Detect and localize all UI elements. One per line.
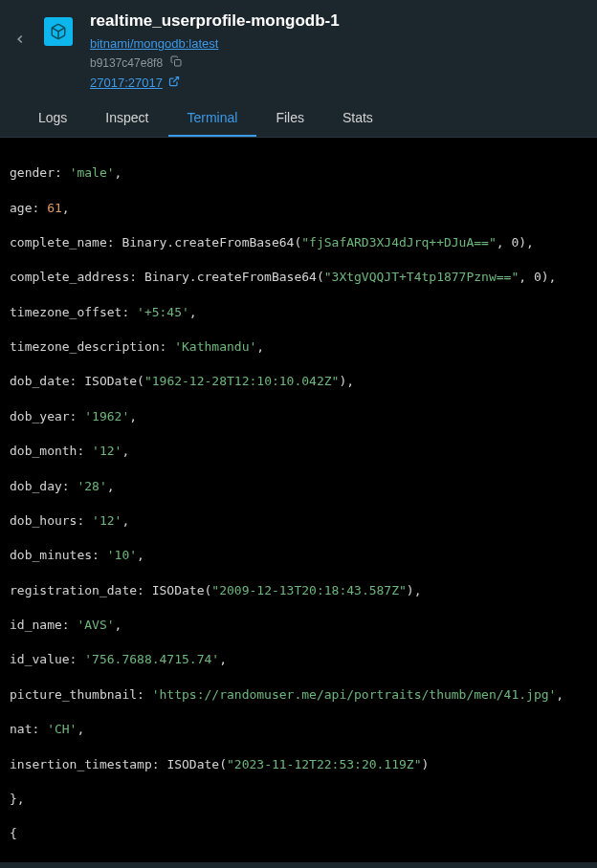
punct: ,	[189, 305, 197, 319]
field-key: registration_date:	[10, 583, 144, 597]
field-key: dob_day:	[10, 479, 70, 493]
punct: ,	[219, 652, 227, 666]
external-link-icon[interactable]	[168, 74, 180, 91]
punct: ,	[115, 618, 122, 632]
punct: ,	[256, 339, 264, 354]
fn: ISODate(	[166, 757, 227, 771]
punct: ,	[107, 479, 115, 493]
tab-files[interactable]: Files	[256, 100, 323, 137]
field-key: nat:	[10, 722, 39, 736]
field-key: dob_month:	[10, 444, 84, 458]
field-key: insertion_timestamp:	[10, 757, 160, 771]
tail: , 0),	[497, 235, 534, 250]
port-link[interactable]: 27017:27017	[90, 76, 163, 90]
header-info: realtime_userprofile-mongodb-1 bitnami/m…	[90, 11, 584, 91]
field-value: '1962'	[84, 409, 129, 423]
punct: ,	[62, 201, 70, 215]
fn: Binary.createFromBase64(	[122, 235, 301, 250]
punct: ,	[122, 444, 129, 458]
container-name: realtime_userprofile-mongodb-1	[90, 11, 584, 31]
field-key: gender:	[10, 165, 62, 180]
punct: ,	[122, 513, 129, 528]
tail: ),	[309, 861, 324, 862]
field-value: '+5:45'	[137, 305, 189, 319]
arg: "3XtgVQQJT+T4tp1877Pznw=="	[324, 270, 520, 284]
field-value: 'CH'	[47, 722, 77, 736]
field-value: '12'	[92, 513, 122, 528]
field-key: age:	[10, 201, 39, 215]
back-chevron-icon[interactable]	[13, 11, 27, 50]
fn: ISODate(	[84, 374, 144, 388]
image-link[interactable]: bitnami/mongodb:latest	[90, 36, 218, 51]
container-box-icon	[44, 17, 73, 46]
field-key: _id:	[10, 861, 39, 862]
tail: ),	[407, 583, 422, 597]
field-value: 'male'	[70, 165, 115, 180]
tab-stats[interactable]: Stats	[323, 100, 392, 137]
container-hash: b9137c47e8f8	[90, 56, 163, 70]
field-key: dob_minutes:	[10, 548, 100, 562]
field-value: 'AVS'	[77, 618, 114, 632]
tabs: Logs Inspect Terminal Files Stats	[0, 100, 597, 138]
punct: ,	[115, 165, 122, 180]
tab-inspect[interactable]: Inspect	[86, 100, 167, 137]
field-value: '28'	[77, 479, 106, 493]
fn: ISODate(	[152, 583, 212, 597]
field-key: dob_hours:	[10, 513, 84, 528]
brace: {	[0, 825, 597, 842]
field-key: timezone_description:	[10, 339, 166, 354]
field-value: '756.7688.4715.74'	[84, 652, 219, 666]
tail: ),	[339, 374, 354, 388]
field-key: id_value:	[10, 652, 77, 666]
svg-line-2	[173, 77, 179, 83]
tab-logs[interactable]: Logs	[19, 100, 86, 137]
container-header: realtime_userprofile-mongodb-1 bitnami/m…	[0, 0, 597, 100]
field-value: '12'	[92, 444, 122, 458]
field-value: 'Kathmandu'	[174, 339, 256, 354]
tail: )	[422, 757, 430, 771]
punct: ,	[77, 722, 84, 736]
tab-terminal[interactable]: Terminal	[168, 100, 257, 137]
fn: Binary.createFromBase64(	[144, 270, 324, 284]
punct: ,	[129, 409, 137, 423]
arg: "1962-12-28T12:10:10.042Z"	[144, 374, 340, 388]
punct: ,	[556, 687, 564, 702]
arg: "2023-11-12T22:53:20.119Z"	[227, 757, 422, 771]
arg: "fjSafARD3XJ4dJrq++DJuA=="	[301, 235, 497, 250]
arg: "2009-12-13T20:18:43.587Z"	[211, 583, 407, 597]
field-key: id_name:	[10, 618, 70, 632]
field-key: complete_address:	[10, 270, 137, 284]
field-key: dob_date:	[10, 374, 77, 388]
terminal-output[interactable]: gender: 'male', age: 61, complete_name: …	[0, 138, 597, 862]
fn: ObjectId(	[47, 861, 114, 862]
arg: "655149550f4a79b726ba9981"	[115, 861, 310, 862]
field-key: dob_year:	[10, 409, 77, 423]
brace: },	[0, 791, 597, 808]
field-key: timezone_offset:	[10, 305, 129, 319]
field-value: 61	[47, 201, 62, 215]
punct: ,	[137, 548, 144, 562]
field-key: picture_thumbnail:	[10, 687, 144, 702]
tail: , 0),	[519, 270, 556, 284]
port-row: 27017:27017	[90, 74, 584, 91]
field-value: 'https://randomuser.me/api/portraits/thu…	[152, 687, 557, 702]
copy-icon[interactable]	[170, 55, 182, 70]
hash-row: b9137c47e8f8	[90, 55, 584, 70]
svg-rect-1	[175, 60, 182, 67]
field-value: '10'	[107, 548, 137, 562]
field-key: complete_name:	[10, 235, 115, 250]
